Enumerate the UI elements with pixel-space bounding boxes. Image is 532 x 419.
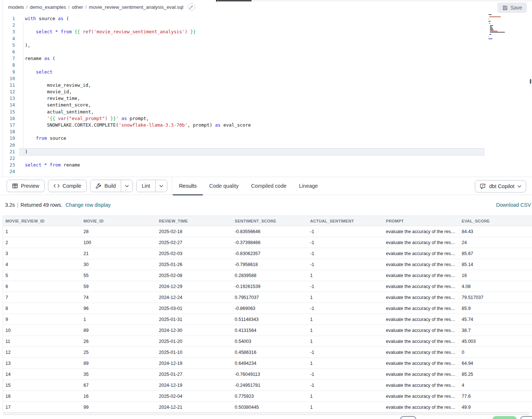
code-editor[interactable]: 1with source as (23 select * from {{ ref… [3, 13, 532, 177]
tab-compiled-code[interactable]: Compiled code [245, 177, 293, 195]
bottom-partial-button[interactable] [400, 416, 416, 419]
line-number: 17 [3, 122, 18, 128]
editor-line[interactable]: 2 [3, 22, 532, 29]
tab-code-quality[interactable]: Code quality [203, 177, 245, 195]
line-number: 19 [3, 135, 18, 142]
table-cell: 3 [3, 251, 81, 256]
table-cell: -1 [308, 229, 383, 234]
editor-line[interactable]: 18 [3, 128, 532, 135]
line-number: 8 [3, 62, 18, 68]
dbt-copilot-button[interactable]: dbt Copilot [475, 180, 526, 192]
breadcrumb[interactable]: models/demo_examples/other/movie_review_… [8, 3, 195, 11]
breadcrumb-item[interactable]: other [72, 4, 83, 10]
editor-line[interactable]: 8 [3, 62, 532, 68]
table-cell: 1 [308, 405, 383, 410]
editor-line[interactable]: 9 select [3, 69, 532, 75]
prompt-cell: evaluate the accuracy of the res…❯ [383, 295, 459, 300]
editor-line[interactable]: 5), [3, 42, 532, 49]
table-cell: 2025-02-08 [156, 273, 232, 278]
editor-line[interactable]: 13 review_time, [3, 95, 532, 102]
table-cell: 0.2839588 [232, 273, 308, 278]
download-csv-link[interactable]: Download CSV [496, 202, 531, 208]
table-cell: 26 [81, 339, 156, 344]
bottom-partial-green-button[interactable] [492, 416, 517, 419]
editor-line[interactable]: 11 movie_review_id, [3, 82, 532, 89]
editor-line[interactable]: 24 [3, 168, 532, 175]
editor-line[interactable]: 15 actual_sentiment, [3, 109, 532, 115]
table-cell: 0.50380445 [232, 405, 308, 410]
lint-button[interactable]: Lint [137, 180, 155, 192]
prompt-cell: evaluate the accuracy of the res…❯ [383, 372, 459, 377]
editor-line[interactable]: 14 sentiment_score, [3, 102, 532, 108]
build-button[interactable]: Build [90, 180, 121, 192]
prompt-text: evaluate the accuracy of the res… [386, 328, 455, 333]
file-state-icon [188, 3, 195, 11]
code-text: with source as ( [18, 15, 69, 22]
editor-line[interactable]: 7rename as ( [3, 55, 532, 62]
line-number: 10 [3, 75, 18, 82]
table-cell: 2024-12-19 [156, 383, 232, 388]
editor-line[interactable]: 10 [3, 75, 532, 82]
lint-dropdown-button[interactable] [155, 180, 167, 192]
code-text: '{{ var("eval_prompt") }}' as prompt, [18, 115, 149, 122]
prompt-text: evaluate the accuracy of the res… [386, 394, 455, 399]
table-cell: 6 [3, 284, 81, 289]
table-cell: 0.775923 [232, 394, 308, 399]
editor-scrollbar-thumb[interactable] [530, 79, 531, 84]
breadcrumb-item[interactable]: demo_examples [30, 4, 66, 10]
table-cell: -1 [308, 306, 383, 311]
table-cell: 0.4586316 [232, 350, 308, 355]
column-header[interactable]: MOVIE_ID [81, 219, 156, 223]
tab-results[interactable]: Results [173, 177, 203, 195]
build-dropdown-button[interactable] [121, 180, 133, 192]
editor-line[interactable]: 3 select * from {{ ref('movie_review_sen… [3, 29, 532, 35]
save-button[interactable]: Save [498, 3, 527, 13]
preview-button[interactable]: Preview [7, 180, 45, 192]
breadcrumb-item[interactable]: movie_review_sentiment_analysis_eval.sql [89, 4, 183, 10]
editor-line[interactable]: 22 [3, 155, 532, 162]
table-row: 14352025-01-27-0.76049113-1evaluate the … [3, 369, 532, 380]
code-text: sentiment_score, [18, 102, 91, 108]
editor-line[interactable]: 12 movie_id, [3, 89, 532, 95]
editor-line[interactable]: 23select * from rename [3, 162, 532, 168]
prompt-cell: evaluate the accuracy of the res…❯ [383, 284, 459, 289]
minimap[interactable] [488, 14, 529, 35]
bottom-partial-button[interactable] [520, 416, 532, 419]
table-cell: 2025-02-18 [156, 229, 232, 234]
line-number: 13 [3, 95, 18, 102]
editor-line[interactable]: 16 '{{ var("eval_prompt") }}' as prompt, [3, 115, 532, 122]
change-row-display-link[interactable]: Change row display [66, 202, 111, 208]
editor-line[interactable]: 1with source as ( [3, 15, 532, 22]
top-edge-hairline [217, 1, 532, 1]
lint-label: Lint [142, 183, 150, 189]
editor-line[interactable]: 19 from source [3, 135, 532, 142]
column-header[interactable]: MOVIE_REVIEW_ID [3, 219, 81, 223]
table-cell: 14 [3, 372, 81, 377]
prompt-cell: evaluate the accuracy of the res…❯ [383, 240, 459, 245]
editor-line[interactable]: 6 [3, 49, 532, 55]
tab-lineage[interactable]: Lineage [293, 177, 324, 195]
breadcrumb-separator: / [26, 4, 28, 10]
prompt-text: evaluate the accuracy of the res… [386, 273, 455, 278]
column-header[interactable]: EVAL_SCORE [459, 219, 532, 223]
table-cell: 1 [308, 328, 383, 333]
editor-line[interactable]: 20 [3, 142, 532, 149]
editor-line[interactable]: 17 SNOWFLAKE.CORTEX.COMPLETE('snowflake-… [3, 122, 532, 128]
horizontal-scrollbar-track[interactable] [3, 412, 529, 415]
column-header[interactable]: REVIEW_TIME [156, 219, 232, 223]
table-cell: 15 [3, 383, 81, 388]
table-cell: 11 [3, 339, 81, 344]
column-header[interactable]: PROMPT [383, 219, 459, 223]
table-cell: 16 [3, 394, 81, 399]
editor-active-line[interactable]: 21) [3, 149, 532, 155]
table-cell: -0.24951781 [232, 383, 308, 388]
breadcrumb-item[interactable]: models [8, 4, 24, 10]
editor-line[interactable]: 4 [3, 35, 532, 42]
compile-button[interactable]: Compile [48, 180, 87, 192]
prompt-cell: evaluate the accuracy of the res…❯ [383, 383, 459, 388]
table-cell: 74 [81, 295, 156, 300]
line-number: 2 [3, 22, 18, 29]
column-header[interactable]: SENTIMENT_SCORE [232, 219, 308, 223]
column-header[interactable]: ACTUAL_SENTIMENT [308, 219, 383, 223]
table-cell: 4 [3, 262, 81, 267]
